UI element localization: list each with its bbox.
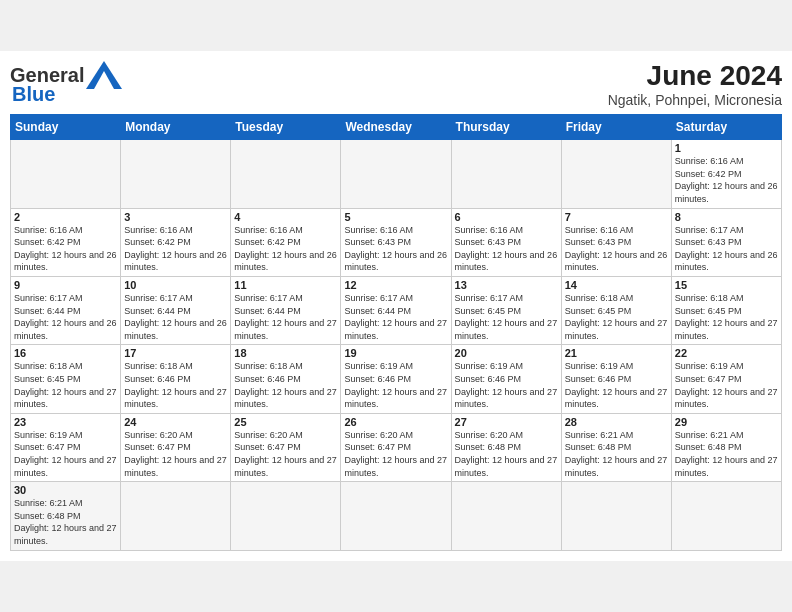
calendar-cell: 19Sunrise: 6:19 AMSunset: 6:46 PMDayligh… [341,345,451,413]
day-number: 3 [124,211,227,223]
day-info: Sunrise: 6:18 AMSunset: 6:46 PMDaylight:… [124,360,227,410]
day-number: 12 [344,279,447,291]
day-number: 23 [14,416,117,428]
col-monday: Monday [121,115,231,140]
day-info: Sunrise: 6:19 AMSunset: 6:46 PMDaylight:… [344,360,447,410]
day-number: 24 [124,416,227,428]
calendar-cell: 8Sunrise: 6:17 AMSunset: 6:43 PMDaylight… [671,208,781,276]
calendar-cell: 12Sunrise: 6:17 AMSunset: 6:44 PMDayligh… [341,277,451,345]
day-number: 4 [234,211,337,223]
calendar-cell: 7Sunrise: 6:16 AMSunset: 6:43 PMDaylight… [561,208,671,276]
day-info: Sunrise: 6:18 AMSunset: 6:46 PMDaylight:… [234,360,337,410]
calendar-cell: 10Sunrise: 6:17 AMSunset: 6:44 PMDayligh… [121,277,231,345]
day-info: Sunrise: 6:16 AMSunset: 6:43 PMDaylight:… [344,224,447,274]
day-number: 17 [124,347,227,359]
logo: General Blue [10,61,122,106]
day-info: Sunrise: 6:16 AMSunset: 6:42 PMDaylight:… [124,224,227,274]
col-friday: Friday [561,115,671,140]
calendar-cell: 16Sunrise: 6:18 AMSunset: 6:45 PMDayligh… [11,345,121,413]
calendar-cell: 18Sunrise: 6:18 AMSunset: 6:46 PMDayligh… [231,345,341,413]
day-info: Sunrise: 6:16 AMSunset: 6:43 PMDaylight:… [565,224,668,274]
day-info: Sunrise: 6:21 AMSunset: 6:48 PMDaylight:… [675,429,778,479]
calendar-cell [121,140,231,208]
calendar-week-row: 30Sunrise: 6:21 AMSunset: 6:48 PMDayligh… [11,482,782,550]
day-info: Sunrise: 6:17 AMSunset: 6:43 PMDaylight:… [675,224,778,274]
day-number: 11 [234,279,337,291]
calendar-cell: 30Sunrise: 6:21 AMSunset: 6:48 PMDayligh… [11,482,121,550]
calendar-week-row: 2Sunrise: 6:16 AMSunset: 6:42 PMDaylight… [11,208,782,276]
title-block: June 2024 Ngatik, Pohnpei, Micronesia [608,61,782,108]
day-info: Sunrise: 6:19 AMSunset: 6:46 PMDaylight:… [565,360,668,410]
calendar-header-row: Sunday Monday Tuesday Wednesday Thursday… [11,115,782,140]
day-number: 28 [565,416,668,428]
day-info: Sunrise: 6:17 AMSunset: 6:44 PMDaylight:… [234,292,337,342]
day-info: Sunrise: 6:18 AMSunset: 6:45 PMDaylight:… [14,360,117,410]
day-number: 5 [344,211,447,223]
calendar-title: June 2024 [608,61,782,92]
logo-icon [86,61,122,89]
calendar-week-row: 23Sunrise: 6:19 AMSunset: 6:47 PMDayligh… [11,413,782,481]
day-number: 18 [234,347,337,359]
calendar-cell [11,140,121,208]
calendar-cell: 4Sunrise: 6:16 AMSunset: 6:42 PMDaylight… [231,208,341,276]
day-info: Sunrise: 6:18 AMSunset: 6:45 PMDaylight:… [675,292,778,342]
day-info: Sunrise: 6:17 AMSunset: 6:44 PMDaylight:… [124,292,227,342]
day-info: Sunrise: 6:20 AMSunset: 6:47 PMDaylight:… [124,429,227,479]
col-wednesday: Wednesday [341,115,451,140]
day-info: Sunrise: 6:16 AMSunset: 6:42 PMDaylight:… [14,224,117,274]
day-number: 30 [14,484,117,496]
calendar-cell: 24Sunrise: 6:20 AMSunset: 6:47 PMDayligh… [121,413,231,481]
calendar-cell: 2Sunrise: 6:16 AMSunset: 6:42 PMDaylight… [11,208,121,276]
calendar-cell [451,482,561,550]
calendar-table: Sunday Monday Tuesday Wednesday Thursday… [10,114,782,550]
calendar-cell: 9Sunrise: 6:17 AMSunset: 6:44 PMDaylight… [11,277,121,345]
day-info: Sunrise: 6:19 AMSunset: 6:47 PMDaylight:… [14,429,117,479]
col-sunday: Sunday [11,115,121,140]
day-number: 6 [455,211,558,223]
calendar-cell [451,140,561,208]
day-number: 25 [234,416,337,428]
day-number: 13 [455,279,558,291]
day-info: Sunrise: 6:19 AMSunset: 6:46 PMDaylight:… [455,360,558,410]
day-number: 19 [344,347,447,359]
calendar-cell [341,140,451,208]
col-saturday: Saturday [671,115,781,140]
day-number: 14 [565,279,668,291]
calendar-cell: 17Sunrise: 6:18 AMSunset: 6:46 PMDayligh… [121,345,231,413]
calendar-cell: 29Sunrise: 6:21 AMSunset: 6:48 PMDayligh… [671,413,781,481]
calendar-week-row: 16Sunrise: 6:18 AMSunset: 6:45 PMDayligh… [11,345,782,413]
day-number: 10 [124,279,227,291]
day-info: Sunrise: 6:17 AMSunset: 6:44 PMDaylight:… [344,292,447,342]
day-info: Sunrise: 6:17 AMSunset: 6:44 PMDaylight:… [14,292,117,342]
day-number: 7 [565,211,668,223]
calendar-cell: 6Sunrise: 6:16 AMSunset: 6:43 PMDaylight… [451,208,561,276]
day-info: Sunrise: 6:18 AMSunset: 6:45 PMDaylight:… [565,292,668,342]
calendar-cell [121,482,231,550]
calendar-cell: 28Sunrise: 6:21 AMSunset: 6:48 PMDayligh… [561,413,671,481]
calendar-cell [671,482,781,550]
day-number: 9 [14,279,117,291]
day-info: Sunrise: 6:16 AMSunset: 6:42 PMDaylight:… [675,155,778,205]
day-number: 22 [675,347,778,359]
day-number: 27 [455,416,558,428]
calendar-week-row: 9Sunrise: 6:17 AMSunset: 6:44 PMDaylight… [11,277,782,345]
calendar-cell: 23Sunrise: 6:19 AMSunset: 6:47 PMDayligh… [11,413,121,481]
day-info: Sunrise: 6:20 AMSunset: 6:48 PMDaylight:… [455,429,558,479]
calendar-cell [231,140,341,208]
calendar-cell: 14Sunrise: 6:18 AMSunset: 6:45 PMDayligh… [561,277,671,345]
day-number: 26 [344,416,447,428]
col-tuesday: Tuesday [231,115,341,140]
day-info: Sunrise: 6:19 AMSunset: 6:47 PMDaylight:… [675,360,778,410]
page: General Blue June 2024 Ngatik, Pohnpei, … [0,51,792,560]
day-info: Sunrise: 6:21 AMSunset: 6:48 PMDaylight:… [565,429,668,479]
calendar-cell: 13Sunrise: 6:17 AMSunset: 6:45 PMDayligh… [451,277,561,345]
calendar-cell: 22Sunrise: 6:19 AMSunset: 6:47 PMDayligh… [671,345,781,413]
day-number: 16 [14,347,117,359]
day-info: Sunrise: 6:16 AMSunset: 6:42 PMDaylight:… [234,224,337,274]
day-info: Sunrise: 6:16 AMSunset: 6:43 PMDaylight:… [455,224,558,274]
day-number: 29 [675,416,778,428]
calendar-cell: 15Sunrise: 6:18 AMSunset: 6:45 PMDayligh… [671,277,781,345]
col-thursday: Thursday [451,115,561,140]
day-number: 21 [565,347,668,359]
calendar-cell: 25Sunrise: 6:20 AMSunset: 6:47 PMDayligh… [231,413,341,481]
